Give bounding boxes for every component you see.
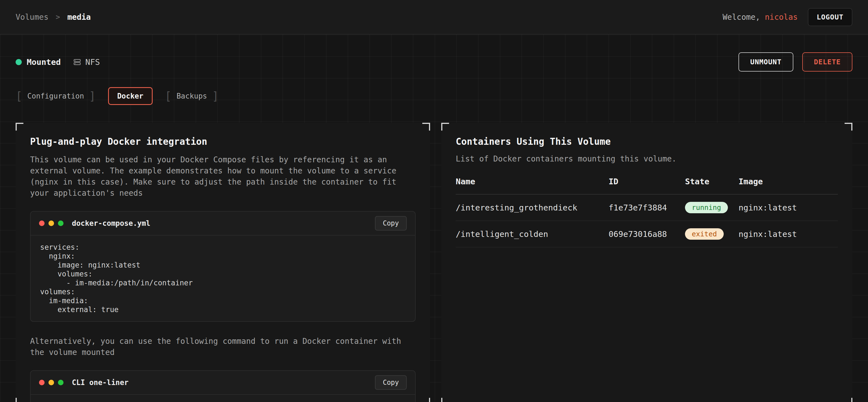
mounted-status: Mounted	[16, 57, 61, 67]
tab-docker-label: Docker	[117, 92, 144, 100]
docker-integration-panel: Plug-and-play Docker integration This vo…	[16, 123, 430, 402]
corner-bracket-icon	[441, 123, 449, 131]
mounted-status-dot-icon	[16, 59, 22, 65]
container-name: /intelligent_colden	[456, 221, 609, 247]
containers-table-header-row: Name ID State Image	[456, 177, 838, 194]
copy-compose-button[interactable]: Copy	[375, 216, 407, 231]
corner-bracket-icon	[422, 123, 430, 131]
username: nicolas	[765, 12, 798, 22]
status-badge: running	[685, 202, 727, 213]
server-icon	[73, 58, 81, 66]
window-minimize-dot-icon	[49, 221, 54, 226]
tab-configuration-label: Configuration	[27, 92, 84, 100]
containers-panel-subtitle: List of Docker containers mounting this …	[456, 154, 838, 163]
column-header-state: State	[685, 177, 739, 194]
main-content: Mounted NFS UNMOUNT DELETE [ Configurati…	[0, 35, 868, 401]
volume-status-row: Mounted NFS UNMOUNT DELETE	[16, 52, 852, 72]
container-id: 069e73016a88	[609, 221, 685, 247]
corner-bracket-icon	[845, 398, 852, 402]
window-close-dot-icon	[39, 221, 44, 226]
cli-code-header: CLI one-liner Copy	[31, 371, 415, 395]
copy-cli-button[interactable]: Copy	[375, 375, 407, 390]
tab-configuration[interactable]: [ Configuration ]	[16, 91, 96, 102]
tab-bracket-right: ]	[89, 91, 96, 102]
welcome-prefix: Welcome,	[722, 12, 765, 22]
column-header-id: ID	[609, 177, 685, 194]
unmount-button[interactable]: UNMOUNT	[739, 52, 793, 72]
window-dots-icon	[39, 221, 63, 226]
containers-table: Name ID State Image /interesting_grothen…	[456, 177, 838, 247]
tab-backups-label: Backups	[177, 92, 207, 100]
tab-bracket-left: [	[16, 91, 22, 102]
container-id: f1e73e7f3884	[609, 194, 685, 221]
compose-code-block: docker-compose.yml Copy services: nginx:…	[30, 211, 415, 322]
compose-code-content: services: nginx: image: nginx:latest vol…	[31, 236, 415, 321]
column-header-name: Name	[456, 177, 609, 194]
containers-panel: Containers Using This Volume List of Doc…	[441, 123, 852, 402]
cli-code-content: docker run -v im-media:/path/in/containe…	[31, 395, 415, 402]
compose-filename: docker-compose.yml	[72, 219, 150, 228]
container-image: nginx:latest	[739, 221, 838, 247]
tab-bar: [ Configuration ] Docker [ Backups ]	[16, 87, 852, 105]
volume-actions: UNMOUNT DELETE	[739, 52, 852, 72]
tab-bracket-right: ]	[212, 91, 219, 102]
breadcrumb-current: media	[67, 12, 91, 22]
delete-button[interactable]: DELETE	[802, 52, 852, 72]
window-close-dot-icon	[39, 380, 44, 385]
docker-panel-description: This volume can be used in your Docker C…	[30, 154, 415, 199]
tab-docker[interactable]: Docker	[108, 87, 153, 105]
cli-intro-text: Alternatively, you can use the following…	[30, 336, 415, 358]
window-maximize-dot-icon	[58, 380, 63, 385]
panels: Plug-and-play Docker integration This vo…	[16, 123, 852, 402]
docker-panel-title: Plug-and-play Docker integration	[30, 136, 415, 147]
corner-bracket-icon	[845, 123, 852, 131]
breadcrumb: Volumes > media	[16, 12, 91, 22]
container-image: nginx:latest	[739, 194, 838, 221]
table-row: /interesting_grothendieck f1e73e7f3884 r…	[456, 194, 838, 221]
welcome-text: Welcome, nicolas	[722, 12, 798, 22]
cli-code-block: CLI one-liner Copy docker run -v im-medi…	[30, 370, 415, 402]
tab-backups[interactable]: [ Backups ]	[165, 91, 219, 102]
corner-bracket-icon	[16, 398, 23, 402]
mounted-status-label: Mounted	[27, 57, 61, 67]
compose-code-header: docker-compose.yml Copy	[31, 211, 415, 236]
container-name: /interesting_grothendieck	[456, 194, 609, 221]
window-minimize-dot-icon	[49, 380, 54, 385]
breadcrumb-separator-icon: >	[56, 13, 60, 21]
corner-bracket-icon	[422, 398, 430, 402]
corner-bracket-icon	[441, 398, 449, 402]
breadcrumb-volumes-link[interactable]: Volumes	[16, 12, 49, 22]
containers-panel-title: Containers Using This Volume	[456, 136, 838, 147]
table-row: /intelligent_colden 069e73016a88 exited …	[456, 221, 838, 247]
cli-filename: CLI one-liner	[72, 378, 129, 387]
status-badge: exited	[685, 228, 723, 240]
column-header-image: Image	[739, 177, 838, 194]
window-maximize-dot-icon	[58, 221, 63, 226]
nfs-driver-label: NFS	[85, 57, 100, 67]
topbar: Volumes > media Welcome, nicolas LOGOUT	[0, 0, 868, 35]
topbar-right: Welcome, nicolas LOGOUT	[722, 8, 852, 26]
corner-bracket-icon	[16, 123, 23, 131]
tab-bracket-left: [	[165, 91, 172, 102]
logout-button[interactable]: LOGOUT	[808, 8, 852, 26]
volume-status-left: Mounted NFS	[16, 57, 100, 67]
window-dots-icon	[39, 380, 63, 385]
nfs-driver: NFS	[73, 57, 100, 67]
